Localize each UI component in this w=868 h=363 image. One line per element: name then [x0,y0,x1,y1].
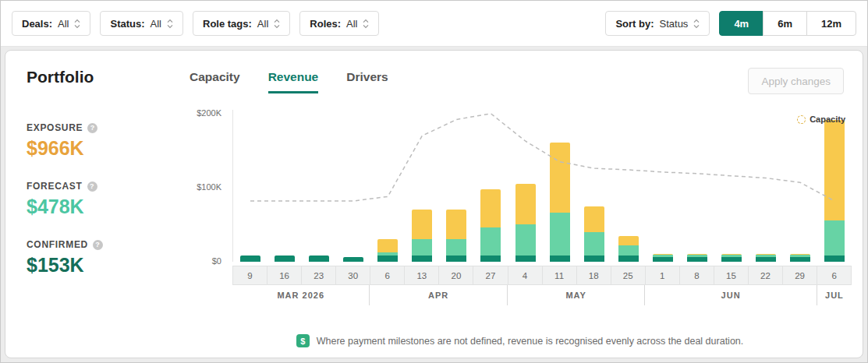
stacked-bar[interactable] [343,257,363,262]
stat-label: FORECAST? [27,181,189,192]
chevron-updown-icon [167,19,173,29]
bar-segment-confirmed[interactable] [412,256,432,262]
bar-segment-exposure[interactable] [824,120,845,220]
capacity-legend-label: Capacity [810,115,845,124]
bar-segment-confirmed[interactable] [756,257,776,262]
stat-label: EXPOSURE? [27,122,189,133]
bar-segment-confirmed[interactable] [446,256,466,262]
bar-segment-exposure[interactable] [515,184,536,224]
bar-segment-confirmed[interactable] [618,256,639,262]
stacked-bar[interactable] [275,256,295,262]
bar-segment-forecast[interactable] [412,239,432,256]
chart-column [714,110,749,262]
status-filter[interactable]: Status: All [100,11,183,36]
tabs: CapacityRevenueDrivers [190,68,388,93]
bar-segment-exposure[interactable] [377,239,398,252]
bar-segment-confirmed[interactable] [343,257,363,262]
bar-segment-exposure[interactable] [446,210,466,239]
range-6m-button[interactable]: 6m [763,11,807,36]
stats-panel: EXPOSURE?$966KFORECAST?$478KCONFIRMED?$1… [27,99,189,305]
stacked-bar[interactable] [756,254,776,262]
bar-segment-confirmed[interactable] [515,256,536,262]
bar-segment-forecast[interactable] [446,239,466,256]
stacked-bar[interactable] [515,184,536,262]
tab-revenue[interactable]: Revenue [268,70,319,93]
tab-capacity[interactable]: Capacity [190,70,240,93]
bar-segment-exposure[interactable] [550,143,570,213]
roles-filter-value: All [346,18,357,30]
stat-exposure: EXPOSURE?$966K [27,122,189,160]
chevron-updown-icon [74,19,80,29]
stacked-bar[interactable] [309,256,329,262]
bar-segment-confirmed[interactable] [550,256,570,262]
bar-segment-confirmed[interactable] [240,256,260,262]
stat-value: $966K [27,137,189,160]
bar-segment-forecast[interactable] [584,232,604,256]
stacked-bar[interactable] [618,236,639,262]
month-cell: MAY [508,285,645,305]
bar-segment-confirmed[interactable] [480,256,501,262]
bar-segment-exposure[interactable] [584,206,604,232]
stat-value: $153K [27,254,189,277]
page-title: Portfolio [27,68,190,86]
deals-filter[interactable]: Deals: All [12,11,90,36]
bar-segment-exposure[interactable] [412,210,432,239]
stacked-bar[interactable] [446,210,466,262]
bar-segment-confirmed[interactable] [721,257,742,262]
date-cell: 6 [370,266,405,285]
range-4m-button[interactable]: 4m [719,11,763,36]
tab-drivers[interactable]: Drivers [346,70,388,93]
stacked-bar[interactable] [412,210,432,262]
date-cell: 25 [611,266,646,285]
bar-segment-exposure[interactable] [480,189,501,227]
bar-segment-confirmed[interactable] [653,257,673,262]
y-tick-label: $100K [197,182,221,192]
y-tick-label: $200K [197,108,221,118]
date-cell: 22 [748,266,783,285]
bar-segment-confirmed[interactable] [790,257,810,262]
bar-segment-confirmed[interactable] [275,256,295,262]
stacked-bar[interactable] [824,120,845,262]
date-cell: 16 [267,266,302,285]
bar-segment-confirmed[interactable] [309,256,329,262]
stacked-bar[interactable] [721,254,742,262]
page: Deals: All Status: All Role tags: All Ro… [0,0,868,363]
bar-segment-forecast[interactable] [824,220,845,256]
roles-filter[interactable]: Roles: All [299,11,379,36]
role-tags-filter[interactable]: Role tags: All [193,11,290,36]
bar-segment-confirmed[interactable] [377,256,398,262]
bar-segment-forecast[interactable] [550,213,570,256]
status-filter-label: Status: [110,18,144,30]
bar-segment-forecast[interactable] [618,245,639,256]
capacity-legend-icon [797,115,806,124]
bar-segment-exposure[interactable] [618,236,639,245]
date-cell: 6 [817,266,852,285]
bar-segment-confirmed[interactable] [687,257,707,262]
stacked-bar[interactable] [480,189,501,262]
card-body: EXPOSURE?$966KFORECAST?$478KCONFIRMED?$1… [5,94,863,305]
chart-column [336,110,370,262]
portfolio-card: Portfolio CapacityRevenueDrivers Apply c… [5,50,863,358]
help-icon[interactable]: ? [93,240,103,250]
capacity-legend[interactable]: Capacity [797,115,845,124]
range-12m-button[interactable]: 12m [806,11,856,36]
stacked-bar[interactable] [240,256,260,262]
stacked-bar[interactable] [687,254,707,262]
bar-segment-forecast[interactable] [515,224,536,256]
bar-segment-forecast[interactable] [480,227,501,256]
bar-segment-confirmed[interactable] [824,256,845,262]
help-icon[interactable]: ? [87,182,97,192]
sort-by-filter[interactable]: Sort by: Status [605,11,710,36]
date-cell: 1 [645,266,680,285]
apply-changes-button[interactable]: Apply changes [748,68,844,94]
bar-segment-confirmed[interactable] [584,256,604,262]
help-icon[interactable]: ? [87,123,97,133]
range-toggle: 4m6m12m [719,11,856,36]
stacked-bar[interactable] [584,206,604,262]
stacked-bar[interactable] [377,239,398,262]
stacked-bar[interactable] [653,254,673,262]
chevron-updown-icon [274,19,280,29]
stat-label-text: CONFIRMED [27,239,88,250]
stacked-bar[interactable] [550,143,570,262]
stacked-bar[interactable] [790,254,810,262]
